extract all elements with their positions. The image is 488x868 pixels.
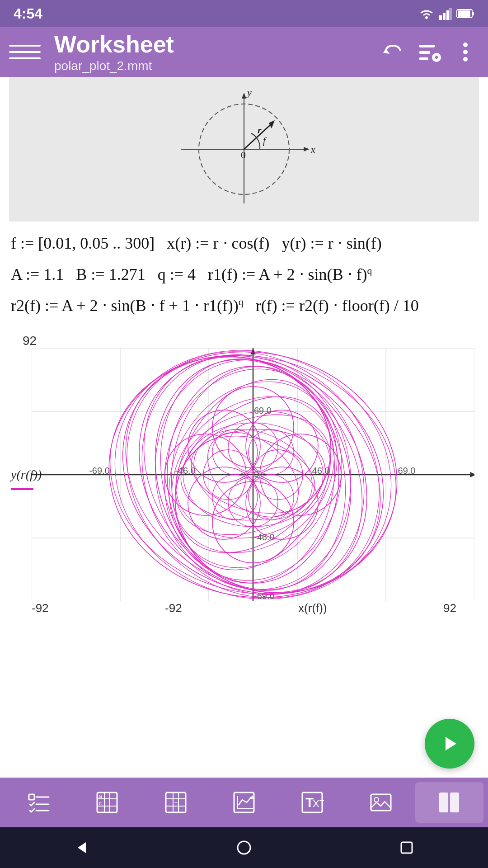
svg-text:f: f	[263, 136, 267, 146]
svg-marker-24	[269, 120, 275, 128]
nav-bar	[0, 827, 488, 868]
undo-button[interactable]	[380, 38, 407, 66]
svg-text:0: 0	[241, 149, 246, 160]
image-button[interactable]	[347, 782, 415, 823]
svg-text:y: y	[246, 87, 252, 98]
svg-rect-96	[29, 794, 34, 800]
svg-text:a: a	[99, 793, 102, 799]
toolbar-title-block: Worksheet polar_plot_2.mmt	[41, 31, 380, 73]
svg-point-121	[374, 797, 379, 802]
hamburger-menu[interactable]	[9, 45, 41, 59]
svg-text:-69.0: -69.0	[89, 466, 110, 476]
checklist-button[interactable]	[5, 782, 73, 823]
svg-text:c: c	[99, 800, 102, 807]
matrix-output-icon: =	[164, 791, 188, 814]
svg-rect-3	[446, 10, 449, 20]
page-title: Worksheet	[54, 31, 380, 58]
svg-point-0	[425, 16, 428, 19]
split-icon	[437, 791, 461, 814]
svg-rect-7	[458, 10, 470, 17]
svg-rect-122	[439, 793, 448, 812]
svg-point-125	[238, 841, 250, 854]
signal-icon	[439, 7, 452, 20]
y-axis-label: y(r(f))	[11, 467, 42, 482]
svg-marker-21	[304, 147, 310, 151]
formula-text-2: A := 1.1 B := 1.271 q := 4 r1(f) := A + …	[11, 265, 372, 283]
home-button[interactable]	[226, 830, 262, 866]
text-icon: T XT	[300, 791, 324, 814]
x-axis-min-label: -92	[165, 601, 182, 615]
y-legend-line	[11, 488, 33, 490]
status-bar: 4:54	[0, 0, 488, 27]
wifi-icon	[418, 7, 435, 20]
svg-point-15	[463, 42, 468, 47]
file-subtitle: polar_plot_2.mmt	[54, 59, 380, 73]
svg-point-82	[244, 469, 299, 524]
x-axis-label: x(r(f))	[298, 601, 327, 615]
chart-area: 92 y(r(f)) -46.0 -69.0	[0, 332, 488, 624]
svg-text:-46.0: -46.0	[254, 532, 275, 542]
x-axis-max-label: 92	[443, 601, 456, 615]
svg-rect-1	[439, 15, 442, 20]
bottom-toolbar: a c = T XT	[0, 778, 488, 827]
polar-svg: y x 0 r f	[172, 86, 316, 212]
recents-button[interactable]	[389, 830, 425, 866]
svg-rect-113	[234, 793, 254, 812]
svg-point-17	[463, 57, 468, 61]
chart-container: y(r(f)) -46.0 -69.0 46.0	[5, 348, 483, 601]
svg-point-16	[463, 50, 468, 54]
formula-text-1: f := [0.01, 0.05 .. 300] x(r) := r ⋅ cos…	[11, 234, 382, 252]
svg-text:XT: XT	[313, 798, 324, 809]
svg-text:69.0: 69.0	[398, 466, 416, 476]
x-min-label: -92	[32, 601, 49, 615]
status-icons	[418, 7, 474, 20]
formula-line-3: r2(f) := A + 2 ⋅ sin(B ⋅ f + 1 ⋅ r1(f))q…	[11, 292, 477, 320]
x-axis-bottom-labels: -92 -92 x(r(f)) 92	[5, 601, 483, 615]
home-icon	[235, 839, 253, 857]
svg-marker-8	[383, 48, 389, 54]
play-icon	[438, 732, 461, 755]
recents-icon	[398, 839, 416, 857]
svg-rect-120	[371, 794, 391, 811]
plot-icon	[232, 791, 256, 814]
matrix-output-button[interactable]: =	[141, 782, 210, 823]
svg-rect-14	[436, 56, 437, 59]
polar-diagram: y x 0 r f	[9, 77, 479, 222]
svg-rect-6	[472, 12, 474, 15]
svg-rect-126	[401, 842, 412, 853]
matrix-input-button[interactable]: a c	[73, 782, 141, 823]
back-button[interactable]	[63, 830, 99, 866]
formula-line-2: A := 1.1 B := 1.271 q := 4 r1(f) := A + …	[11, 261, 477, 288]
svg-rect-4	[449, 8, 452, 20]
svg-text:=: =	[174, 800, 178, 807]
svg-text:r: r	[258, 124, 262, 136]
svg-marker-20	[242, 93, 246, 99]
add-line-button[interactable]	[416, 38, 443, 66]
svg-rect-2	[443, 13, 446, 20]
image-icon	[369, 791, 393, 814]
back-icon	[72, 839, 90, 857]
battery-icon	[456, 8, 474, 19]
time-display: 4:54	[14, 5, 42, 22]
formula-text-3: r2(f) := A + 2 ⋅ sin(B ⋅ f + 1 ⋅ r1(f))q…	[11, 297, 419, 315]
svg-marker-124	[78, 842, 86, 853]
play-button[interactable]	[425, 719, 474, 769]
more-options-button[interactable]	[452, 38, 479, 66]
top-toolbar: Worksheet polar_plot_2.mmt	[0, 27, 488, 77]
svg-marker-43	[470, 472, 474, 477]
svg-rect-9	[419, 45, 435, 47]
svg-rect-10	[419, 51, 430, 54]
svg-text:x: x	[310, 144, 315, 155]
svg-rect-123	[450, 793, 459, 812]
svg-marker-95	[446, 737, 456, 750]
split-button[interactable]	[415, 782, 483, 823]
svg-rect-11	[419, 57, 428, 60]
matrix-input-icon: a c	[95, 791, 119, 814]
plot-svg: -46.0 -69.0 46.0 69.0 69.0 0 -46.0 -69.0	[32, 348, 474, 601]
text-button[interactable]: T XT	[278, 782, 347, 823]
checklist-icon	[27, 791, 51, 814]
toolbar-actions	[380, 38, 479, 66]
svg-text:69.0: 69.0	[254, 406, 272, 415]
formula-line-1: f := [0.01, 0.05 .. 300] x(r) := r ⋅ cos…	[11, 230, 477, 257]
plot-button[interactable]	[210, 782, 278, 823]
